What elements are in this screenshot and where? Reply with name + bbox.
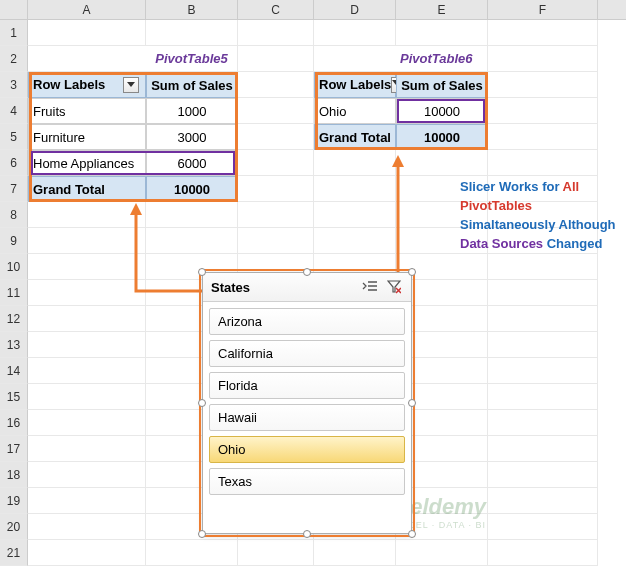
row-header[interactable]: 16 (0, 410, 28, 436)
resize-handle[interactable] (408, 399, 416, 407)
slicer-header: States (203, 273, 411, 302)
row-header[interactable]: 9 (0, 228, 28, 254)
resize-handle[interactable] (408, 268, 416, 276)
resize-handle[interactable] (198, 530, 206, 538)
col-header-c[interactable]: C (238, 0, 314, 19)
select-all-corner[interactable] (0, 0, 28, 19)
pivot6-title (314, 46, 396, 72)
row-header[interactable]: 14 (0, 358, 28, 384)
filter-dropdown-icon[interactable] (123, 77, 139, 93)
row-header[interactable]: 20 (0, 514, 28, 540)
multiselect-icon[interactable] (361, 279, 379, 295)
annotation-part: Slicer Works for (460, 179, 563, 194)
slicer-item-ohio[interactable]: Ohio (209, 436, 405, 463)
row-header[interactable]: 15 (0, 384, 28, 410)
row-header[interactable]: 5 (0, 124, 28, 150)
row-header[interactable]: 21 (0, 540, 28, 566)
pivot5-title-span: PivotTable5 (146, 46, 238, 72)
pivot5-row-value[interactable]: 1000 (146, 98, 238, 124)
pivot6-row-label[interactable]: Ohio (314, 98, 396, 124)
pivot6-rowlabels-header[interactable]: Row Labels (314, 72, 396, 98)
slicer-item-hawaii[interactable]: Hawaii (209, 404, 405, 431)
resize-handle[interactable] (303, 530, 311, 538)
pivot5-rowlabels-header[interactable]: Row Labels (28, 72, 146, 98)
pivot6-sum-header: Sum of Sales (396, 72, 488, 98)
row-header[interactable]: 2 (0, 46, 28, 72)
slicer-item-texas[interactable]: Texas (209, 468, 405, 495)
slicer-item-florida[interactable]: Florida (209, 372, 405, 399)
row-header[interactable]: 11 (0, 280, 28, 306)
pivot6-total-label[interactable]: Grand Total (314, 124, 396, 150)
col-header-d[interactable]: D (314, 0, 396, 19)
annotation-part: Data Sources (460, 236, 543, 251)
row-header[interactable]: 19 (0, 488, 28, 514)
pivot6-rowlabels-text: Row Labels (319, 72, 391, 98)
row-header[interactable]: 10 (0, 254, 28, 280)
col-header-e[interactable]: E (396, 0, 488, 19)
pivot6-total-value[interactable]: 10000 (396, 124, 488, 150)
pivot5-row-value[interactable]: 3000 (146, 124, 238, 150)
col-header-b[interactable]: B (146, 0, 238, 19)
pivot5-sum-header: Sum of Sales (146, 72, 238, 98)
resize-handle[interactable] (198, 268, 206, 276)
slicer-item-california[interactable]: California (209, 340, 405, 367)
pivot5-rowlabels-text: Row Labels (33, 72, 105, 98)
row-header[interactable]: 17 (0, 436, 28, 462)
annotation-text: Slicer Works for All PivotTables Simalta… (460, 178, 616, 253)
annotation-part: Simaltaneously Although (460, 217, 616, 232)
pivot6-title-span: PivotTable6 (396, 46, 488, 72)
slicer-body: Arizona California Florida Hawaii Ohio T… (203, 302, 411, 506)
row-header[interactable]: 7 (0, 176, 28, 202)
resize-handle[interactable] (198, 399, 206, 407)
clear-filter-icon[interactable] (385, 279, 403, 295)
slicer-title: States (211, 280, 250, 295)
resize-handle[interactable] (408, 530, 416, 538)
row-header[interactable]: 13 (0, 332, 28, 358)
row-header[interactable]: 4 (0, 98, 28, 124)
row-header[interactable]: 6 (0, 150, 28, 176)
row-headers: 1 2 3 4 5 6 7 8 9 10 11 12 13 14 15 16 1… (0, 20, 28, 566)
column-headers: A B C D E F (0, 0, 626, 20)
col-header-f[interactable]: F (488, 0, 598, 19)
pivot5-title (28, 46, 146, 72)
row-header[interactable]: 3 (0, 72, 28, 98)
annotation-part: Changed (543, 236, 602, 251)
pivot5-row-label[interactable]: Fruits (28, 98, 146, 124)
row-header[interactable]: 12 (0, 306, 28, 332)
row-header[interactable]: 1 (0, 20, 28, 46)
slicer-item-arizona[interactable]: Arizona (209, 308, 405, 335)
resize-handle[interactable] (303, 268, 311, 276)
row-header[interactable]: 8 (0, 202, 28, 228)
pivot5-row-label[interactable]: Furniture (28, 124, 146, 150)
row-header[interactable]: 18 (0, 462, 28, 488)
slicer-states[interactable]: States Arizona California Florida Hawaii… (202, 272, 412, 534)
col-header-a[interactable]: A (28, 0, 146, 19)
pivot6-row-value[interactable]: 10000 (396, 98, 488, 124)
